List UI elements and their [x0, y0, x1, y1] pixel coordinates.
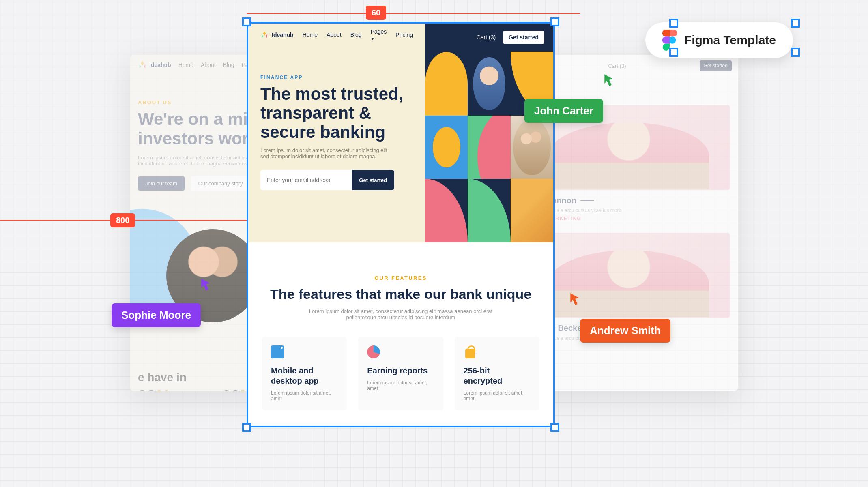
email-capture: Get started [260, 170, 394, 190]
feature-card: 256-bit encrypted Lorem ipsum dolor sit … [455, 337, 539, 410]
get-started-button[interactable]: Get started [352, 170, 394, 190]
brand: Ideahub [260, 31, 294, 39]
selected-frame[interactable]: Ideahub Home About Blog Pages ▾ Pricing … [247, 22, 555, 427]
feature-title: 256-bit encrypted [464, 366, 531, 386]
feature-body: Lorem ipsum dolor sit amet, amet [464, 390, 531, 401]
feature-card: Earning reports Lorem ipsum dolor sit am… [358, 337, 443, 410]
stats-heading: e have in [138, 371, 187, 384]
selection-handle[interactable] [791, 48, 800, 57]
hero-photo [511, 179, 553, 242]
cursor-icon [569, 292, 581, 307]
brand-logo-icon [138, 60, 147, 69]
brand: Ideahub [138, 60, 171, 69]
chevron-down-icon: ▾ [372, 36, 374, 41]
hero-eyebrow: FINANCE APP [260, 75, 413, 80]
nav-cart[interactable]: Cart (3) [477, 34, 496, 41]
collaborator-tag-sophie: Sophie Moore [112, 303, 201, 327]
selection-handle[interactable] [242, 17, 251, 26]
decor-shape [425, 52, 468, 116]
hero-subhead: Lorem ipsum dolor sit amet, consectetur … [260, 147, 395, 159]
hero-art: Cart (3) Get started [425, 24, 553, 242]
figma-pill-label: Figma Template [684, 33, 776, 47]
collaborator-tag-andrew: Andrew Smith [580, 319, 670, 343]
nav-home[interactable]: Home [303, 32, 318, 38]
ruler-badge-top: 60 [366, 6, 386, 20]
brand-logo-icon [260, 31, 269, 39]
ruler-top [247, 13, 580, 14]
features-subhead: Lorem ipsum dolor sit amet, consectetur … [304, 308, 498, 320]
feature-body: Lorem ipsum dolor sit amet, amet [271, 390, 338, 401]
company-story-button[interactable]: Our company story [191, 176, 250, 191]
svg-point-0 [669, 36, 676, 43]
hero-headline: The most trusted, transparent & secure b… [260, 84, 413, 142]
hero-photo [511, 116, 553, 179]
feature-body: Lorem ipsum dolor sit amet, amet [367, 380, 434, 391]
selection-handle[interactable] [669, 48, 678, 57]
nav-about[interactable]: About [327, 32, 342, 38]
feature-card: Mobile and desktop app Lorem ipsum dolor… [262, 337, 347, 410]
selection-handle[interactable] [669, 19, 678, 28]
figma-template-pill[interactable]: Figma Template [645, 22, 793, 58]
cursor-icon [604, 73, 615, 88]
stat-item: 99% Customer satisfaction [138, 387, 198, 391]
join-team-button[interactable]: Join our team [138, 176, 185, 191]
decor-shape [468, 116, 510, 179]
nav-blog[interactable]: Blog [223, 62, 234, 68]
collaborator-tag-john: John Carter [524, 99, 603, 123]
decor-shape [425, 116, 468, 179]
selection-handle[interactable] [550, 17, 559, 26]
decor-shape [425, 179, 468, 242]
features-heading: The features that make our bank unique [262, 286, 539, 302]
brand-text: Ideahub [149, 62, 171, 68]
person-photo [527, 233, 730, 318]
lock-icon [464, 345, 477, 358]
pie-chart-icon [367, 345, 380, 358]
selection-handle[interactable] [550, 423, 559, 432]
nav-about[interactable]: About [201, 62, 216, 68]
person-role: VP OF MARKETING [527, 216, 730, 221]
decor-shape [468, 179, 510, 242]
nav-blog[interactable]: Blog [350, 32, 362, 38]
person-name: Matt Cannon [527, 196, 730, 205]
nav-pricing[interactable]: Pricing [395, 32, 413, 38]
feature-title: Mobile and desktop app [271, 366, 338, 386]
nav-cart[interactable]: Cart (3) [608, 63, 626, 69]
get-started-button[interactable]: Get started [503, 31, 544, 44]
cursor-icon [200, 277, 212, 293]
phone-icon [271, 345, 284, 358]
get-started-button[interactable]: Get started [700, 60, 732, 71]
nav-home[interactable]: Home [178, 62, 193, 68]
features-eyebrow: OUR FEATURES [262, 275, 539, 281]
hero-photo [468, 52, 510, 116]
nav-pages[interactable]: Pages ▾ [371, 28, 387, 41]
email-input[interactable] [260, 170, 352, 190]
feature-title: Earning reports [367, 366, 434, 376]
ruler-badge-left: 800 [110, 213, 135, 227]
brand-text: Ideahub [272, 32, 294, 38]
person-blurb: Vehicula purus a arcu cursus vitae ius m… [527, 208, 730, 213]
selection-handle[interactable] [242, 423, 251, 432]
selection-handle[interactable] [791, 19, 800, 28]
